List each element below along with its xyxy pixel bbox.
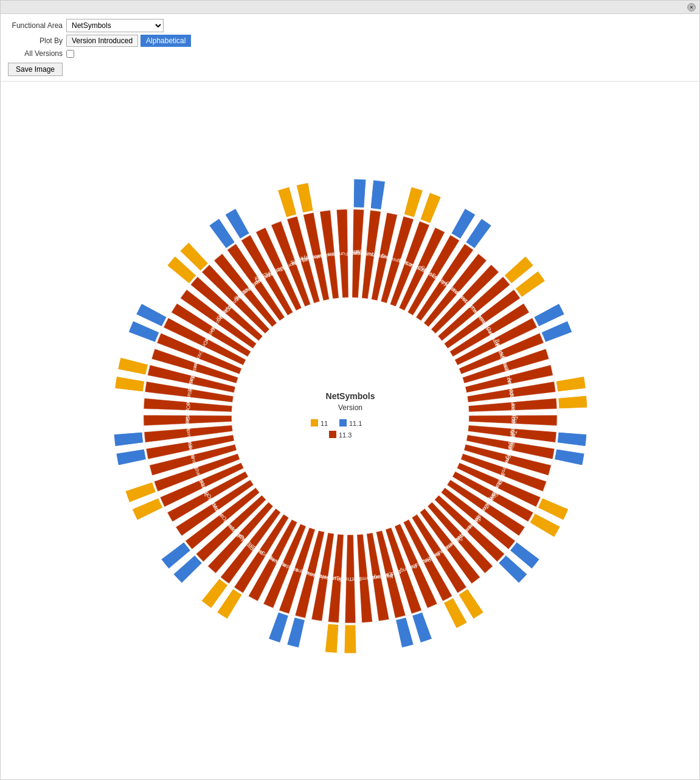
svg-text:11.1: 11.1: [349, 420, 362, 427]
plot-by-options: Version Introduced Alphabetical: [66, 35, 191, 47]
plot-by-label: Plot By: [8, 37, 63, 45]
controls-panel: Functional Area NetSymbols Plot By Versi…: [1, 14, 699, 82]
svg-text:LossFunction: LossFunction: [328, 250, 359, 257]
all-versions-row: All Versions: [8, 49, 692, 58]
functional-area-label: Functional Area: [8, 21, 63, 30]
svg-text:11: 11: [321, 420, 328, 427]
all-versions-label: All Versions: [8, 49, 63, 58]
svg-rect-84: [339, 419, 347, 427]
close-button[interactable]: ×: [687, 3, 696, 12]
sunburst-chart: NetSymbols Version 11 11.1 11.3 GateRecu…: [77, 94, 624, 733]
functional-area-row: Functional Area NetSymbols: [8, 19, 692, 32]
plot-by-alphabetical-btn[interactable]: Alphabetical: [140, 35, 191, 47]
plot-by-row: Plot By Version Introduced Alphabetical: [8, 35, 692, 47]
title-bar: ×: [1, 1, 699, 14]
app-window: × Functional Area NetSymbols Plot By Ver…: [0, 0, 700, 780]
svg-text:Version: Version: [338, 403, 362, 412]
svg-rect-86: [329, 431, 336, 438]
svg-text:NetSymbols: NetSymbols: [325, 391, 375, 401]
functional-area-dropdown[interactable]: NetSymbols: [66, 19, 164, 32]
svg-text:11.3: 11.3: [339, 431, 352, 439]
all-versions-checkbox[interactable]: [66, 50, 74, 58]
plot-by-version-btn[interactable]: Version Introduced: [66, 35, 138, 47]
save-image-button[interactable]: Save Image: [8, 63, 63, 76]
svg-point-79: [232, 298, 468, 534]
svg-rect-82: [311, 419, 318, 427]
chart-area: NetSymbols Version 11 11.1 11.3 GateRecu…: [1, 82, 699, 745]
